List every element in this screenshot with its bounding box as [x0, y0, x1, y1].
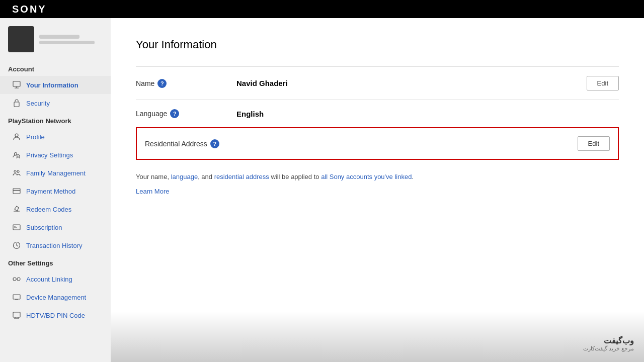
- watermark: وب‌گیفت مرجع خرید گیفت‌کارت: [583, 336, 634, 352]
- svg-rect-19: [13, 295, 20, 299]
- main-layout: Account Your Information Security PlaySt…: [0, 18, 644, 362]
- svg-rect-3: [14, 102, 19, 107]
- hdtvbd-pin-code-icon: [12, 311, 21, 320]
- svg-rect-0: [13, 81, 20, 86]
- sidebar-item-payment-method-label: Payment Method: [26, 188, 75, 195]
- sidebar-item-security[interactable]: Security: [0, 94, 111, 112]
- name-row: Name ? Navid Ghaderi Edit: [136, 66, 619, 100]
- residential-address-link[interactable]: residential address: [214, 173, 269, 180]
- your-information-icon: [12, 80, 21, 89]
- sidebar-item-family-management[interactable]: Family Management: [0, 164, 111, 182]
- residential-address-label-text: Residential Address: [145, 140, 207, 148]
- sidebar-item-subscription-label: Subscription: [26, 224, 62, 231]
- sidebar-item-subscription[interactable]: Subscription: [0, 218, 111, 236]
- sidebar-item-redeem-codes[interactable]: Redeem Codes: [0, 200, 111, 218]
- name-help-icon[interactable]: ?: [157, 79, 167, 88]
- sidebar-item-device-management-label: Device Management: [26, 294, 86, 301]
- sidebar-item-your-information-label: Your Information: [26, 81, 78, 89]
- topbar: SONY: [0, 0, 644, 18]
- svg-rect-9: [13, 189, 20, 194]
- sidebar-section-psn: PlayStation Network: [0, 112, 111, 128]
- svg-point-6: [17, 155, 20, 157]
- sony-accounts-link[interactable]: all Sony accounts you've linked: [321, 173, 412, 180]
- privacy-settings-icon: [12, 150, 21, 159]
- sidebar-item-hdtvbd-pin-code-label: HDTV/BD PIN Code: [26, 312, 85, 319]
- svg-point-8: [17, 170, 19, 172]
- sidebar-item-payment-method[interactable]: Payment Method: [0, 182, 111, 200]
- sidebar-item-security-label: Security: [26, 100, 50, 107]
- sidebar-item-your-information[interactable]: Your Information: [0, 76, 111, 94]
- language-link[interactable]: language: [171, 173, 198, 180]
- residential-address-row: Residential Address ? Edit: [136, 127, 619, 160]
- page-title: Your Information: [136, 38, 619, 51]
- sidebar-item-privacy-settings-label: Privacy Settings: [26, 151, 73, 159]
- sidebar-item-privacy-settings[interactable]: Privacy Settings: [0, 146, 111, 164]
- language-value: English: [236, 110, 619, 118]
- name-edit-button[interactable]: Edit: [587, 76, 619, 90]
- watermark-title: وب‌گیفت: [583, 336, 634, 345]
- profile-icon: [12, 132, 21, 141]
- svg-point-16: [13, 278, 16, 281]
- svg-point-17: [17, 278, 20, 281]
- learn-more-link[interactable]: Learn More: [136, 188, 619, 195]
- sidebar-item-hdtvbd-pin-code[interactable]: HDTV/BD PIN Code: [0, 306, 111, 324]
- watermark-subtitle: مرجع خرید گیفت‌کارت: [583, 345, 634, 352]
- security-icon: [12, 99, 21, 108]
- sony-logo: SONY: [12, 4, 47, 15]
- sidebar-avatar: [0, 26, 111, 60]
- language-row: Language ? English: [136, 100, 619, 128]
- avatar: [8, 26, 34, 52]
- sidebar-item-transaction-history[interactable]: Transaction History: [0, 236, 111, 254]
- redeem-codes-icon: [12, 205, 21, 214]
- family-management-icon: [12, 168, 21, 177]
- subscription-icon: [12, 223, 21, 232]
- transaction-history-icon: [12, 241, 21, 250]
- sidebar-item-family-management-label: Family Management: [26, 169, 86, 177]
- sidebar-section-other-settings: Other Settings: [0, 254, 111, 270]
- sidebar-item-profile[interactable]: Profile: [0, 128, 111, 146]
- sidebar-item-device-management[interactable]: Device Management: [0, 288, 111, 306]
- sidebar-item-transaction-history-label: Transaction History: [26, 242, 83, 249]
- residential-address-help-icon[interactable]: ?: [210, 139, 219, 148]
- svg-rect-21: [13, 312, 20, 317]
- svg-point-4: [15, 134, 18, 137]
- sidebar-item-account-linking[interactable]: Account Linking: [0, 270, 111, 288]
- sidebar-item-redeem-codes-label: Redeem Codes: [26, 206, 71, 213]
- info-note: Your name, language, and residential add…: [136, 172, 619, 183]
- content-area: Your Information Name ? Navid Ghaderi Ed…: [111, 18, 644, 362]
- svg-point-5: [15, 153, 17, 155]
- sidebar: Account Your Information Security PlaySt…: [0, 18, 111, 362]
- language-label-text: Language: [136, 110, 167, 118]
- residential-address-label: Residential Address ?: [145, 139, 246, 148]
- account-linking-icon: [12, 275, 21, 284]
- sidebar-item-profile-label: Profile: [26, 133, 45, 141]
- residential-address-edit-button[interactable]: Edit: [578, 136, 610, 151]
- avatar-info: [39, 35, 95, 44]
- sidebar-section-account: Account: [0, 60, 111, 76]
- sidebar-item-account-linking-label: Account Linking: [26, 276, 72, 283]
- device-management-icon: [12, 293, 21, 302]
- language-help-icon[interactable]: ?: [170, 109, 179, 118]
- svg-point-7: [14, 170, 16, 172]
- svg-rect-12: [13, 225, 20, 230]
- name-label-text: Name: [136, 79, 154, 87]
- name-value: Navid Ghaderi: [236, 79, 587, 87]
- payment-method-icon: [12, 187, 21, 196]
- name-label: Name ?: [136, 79, 236, 88]
- language-label: Language ?: [136, 109, 236, 118]
